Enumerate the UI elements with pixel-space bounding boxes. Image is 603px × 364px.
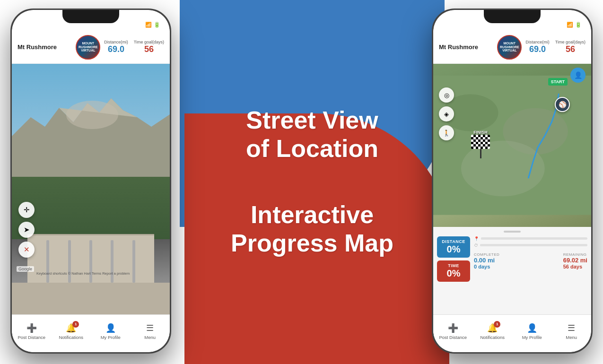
right-header-stats: Distance(mi) 69.0 Time goal(days) 56 — [525, 40, 586, 54]
time-bar-fill — [480, 244, 482, 246]
street-view-controls[interactable]: ✛ ➤ ✕ — [18, 202, 35, 258]
left-app-logo: MOUNTRushmoreVIRTUAL — [76, 35, 100, 60]
right-nav-menu[interactable]: ☰ Menu — [552, 323, 592, 340]
right-status-icons: ▋▋▋ 📶 🔋 — [553, 22, 582, 28]
red-background-shape — [184, 113, 449, 364]
finish-pole — [480, 149, 481, 158]
left-status-icons: ▋▋▋ 📶 🔋 — [132, 22, 160, 28]
left-status-time: 14:09 — [21, 20, 38, 28]
left-nav-menu-label: Menu — [144, 335, 156, 340]
left-nav-post-distance[interactable]: ➕ Post Distance — [12, 323, 52, 340]
right-nav-post-distance[interactable]: ➕ Post Distance — [433, 323, 473, 340]
left-app-header: Mt Rushmore MOUNTRushmoreVIRTUAL Distanc… — [12, 31, 170, 64]
map-avatar: ⚾ — [555, 97, 570, 112]
right-phone: 14:04 ▋▋▋ 📶 🔋 Mt Rushmore MOUNTRushmoreV… — [432, 9, 593, 354]
time-pct: 0% — [447, 268, 461, 279]
move-control-button[interactable]: ✛ — [18, 202, 35, 218]
left-location-label: Mt Rushmore — [17, 43, 76, 51]
remaining-label: REMAINING — [563, 252, 587, 257]
start-label: START — [551, 79, 565, 84]
right-location-label: Mt Rushmore — [439, 43, 497, 51]
time-bar-icon: ⏱ — [474, 243, 478, 248]
left-nav-notifications[interactable]: 🔔 1 Notifications — [52, 323, 91, 340]
right-distance-stat: Distance(mi) 69.0 — [525, 40, 550, 54]
time-bar-track — [480, 244, 587, 246]
close-button[interactable]: ✕ — [18, 242, 35, 258]
distance-box: DISTANCE 0% — [437, 236, 470, 258]
right-notifications-icon: 🔔 1 — [487, 323, 498, 333]
right-phone-screen: 14:04 ▋▋▋ 📶 🔋 Mt Rushmore MOUNTRushmoreV… — [433, 10, 591, 352]
remaining-stat: REMAINING 69.02 mi 56 days — [563, 252, 587, 269]
right-my-profile-icon: 👤 — [527, 323, 537, 333]
tree-area — [12, 177, 170, 240]
menu-icon: ☰ — [146, 323, 154, 333]
left-nav-profile-label: My Profile — [101, 335, 121, 340]
building-steps — [12, 283, 170, 314]
distance-pct: 0% — [447, 244, 461, 255]
drag-handle[interactable] — [504, 231, 521, 233]
right-post-distance-icon: ➕ — [448, 323, 458, 333]
column — [132, 240, 135, 283]
left-phone-frame: 14:09 ▋▋▋ 📶 🔋 Mt Rushmore MOUNTRushmoreV… — [10, 9, 171, 354]
navigate-button[interactable]: ➤ — [18, 222, 35, 238]
google-label: Google — [18, 267, 32, 271]
progress-panel: DISTANCE 0% TIME 0% — [433, 227, 591, 315]
right-nav-profile-label: My Profile — [522, 335, 542, 340]
right-notch — [484, 10, 541, 23]
right-status-time: 14:04 — [443, 20, 460, 28]
map-content: ◎ ◈ 🚶 👤 START FINISH ⚾ — [433, 64, 591, 314]
left-notch — [62, 10, 119, 23]
right-time-stat: Time goal(days) 56 — [555, 40, 586, 54]
right-logo-text: MOUNTRushmoreVIRTUAL — [500, 42, 519, 52]
column — [46, 240, 49, 283]
right-time-value: 56 — [555, 44, 586, 54]
right-app-logo: MOUNTRushmoreVIRTUAL — [497, 35, 522, 60]
completed-stat: COMPLETED 0.00 mi 0 days — [474, 252, 499, 269]
right-distance-label: Distance(mi) — [525, 40, 550, 44]
my-profile-icon: 👤 — [105, 323, 116, 333]
distance-box-label: DISTANCE — [442, 239, 465, 244]
remaining-value: 69.02 mi — [563, 257, 587, 264]
map-background — [433, 64, 591, 227]
right-bottom-nav: ➕ Post Distance 🔔 1 Notifications 👤 My P… — [433, 314, 591, 352]
left-notification-badge: 1 — [72, 321, 79, 328]
battery-icon: 🔋 — [154, 22, 160, 28]
completed-days: 0 days — [474, 264, 499, 269]
progress-bars: 📍 ⏱ — [474, 236, 587, 248]
right-map-controls[interactable]: ◎ ◈ 🚶 — [439, 87, 454, 140]
right-battery-icon: 🔋 — [575, 22, 582, 28]
distance-bar-track — [481, 237, 587, 240]
post-distance-icon: ➕ — [26, 323, 37, 333]
right-time-label: Time goal(days) — [555, 40, 586, 44]
column — [111, 240, 114, 283]
column — [68, 240, 71, 283]
left-time-label: Time goal(days) — [134, 40, 164, 44]
left-nav-my-profile[interactable]: 👤 My Profile — [91, 323, 131, 340]
left-nav-menu[interactable]: ☰ Menu — [131, 323, 170, 340]
finish-marker: FINISH — [471, 130, 490, 158]
completed-value: 0.00 mi — [474, 257, 499, 264]
layers-button[interactable]: ◈ — [439, 106, 454, 121]
street-view-content: ✛ ➤ ✕ Google Keyboard shortcuts © Nathan… — [12, 64, 170, 314]
compass-button[interactable]: ◎ — [439, 87, 454, 103]
right-menu-icon: ☰ — [568, 323, 575, 333]
person-button[interactable]: 🚶 — [439, 125, 454, 140]
right-nav-my-profile[interactable]: 👤 My Profile — [512, 323, 552, 340]
stats-completed-remaining: COMPLETED 0.00 mi 0 days REMAINING 69.02… — [474, 252, 587, 269]
progress-details: 📍 ⏱ — [474, 236, 587, 307]
terrain-svg — [433, 64, 591, 227]
left-bottom-nav: ➕ Post Distance 🔔 1 Notifications 👤 My P… — [12, 314, 170, 352]
notifications-icon: 🔔 1 — [66, 323, 76, 333]
google-watermark: Google — [17, 266, 34, 272]
left-nav-notifications-label: Notifications — [59, 335, 83, 340]
right-signal-icon: ▋▋▋ — [553, 22, 565, 28]
remaining-days: 56 days — [563, 264, 587, 269]
finish-flag — [471, 135, 490, 149]
right-notification-badge: 1 — [494, 321, 500, 328]
map-user-button[interactable]: 👤 — [570, 68, 586, 83]
right-wifi-icon: 📶 — [567, 22, 573, 28]
left-logo-text: MOUNTRushmoreVIRTUAL — [79, 42, 98, 52]
left-header-stats: Distance(mi) 69.0 Time goal(days) 56 — [104, 40, 164, 54]
building-columns — [27, 235, 154, 283]
right-nav-notifications[interactable]: 🔔 1 Notifications — [473, 323, 513, 340]
